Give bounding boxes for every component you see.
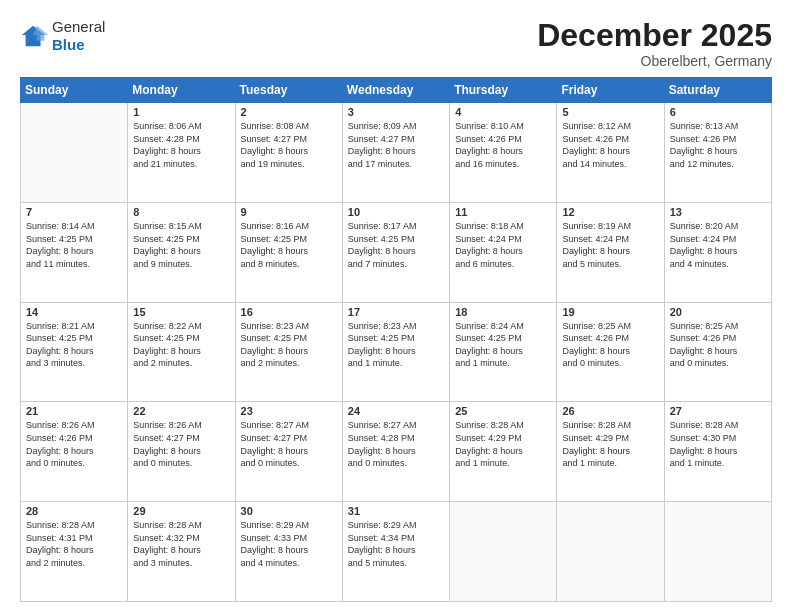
day-number: 14 — [26, 306, 122, 318]
day-info: Sunrise: 8:27 AMSunset: 4:28 PMDaylight:… — [348, 419, 444, 469]
day-number: 27 — [670, 405, 766, 417]
day-number: 28 — [26, 505, 122, 517]
day-cell: 4Sunrise: 8:10 AMSunset: 4:26 PMDaylight… — [450, 103, 557, 203]
location: Oberelbert, Germany — [537, 53, 772, 69]
day-info: Sunrise: 8:09 AMSunset: 4:27 PMDaylight:… — [348, 120, 444, 170]
day-cell — [664, 502, 771, 602]
day-info: Sunrise: 8:28 AMSunset: 4:31 PMDaylight:… — [26, 519, 122, 569]
day-number: 30 — [241, 505, 337, 517]
header-row: SundayMondayTuesdayWednesdayThursdayFrid… — [21, 78, 772, 103]
day-number: 21 — [26, 405, 122, 417]
day-cell: 26Sunrise: 8:28 AMSunset: 4:29 PMDayligh… — [557, 402, 664, 502]
day-number: 18 — [455, 306, 551, 318]
day-info: Sunrise: 8:29 AMSunset: 4:33 PMDaylight:… — [241, 519, 337, 569]
col-header-tuesday: Tuesday — [235, 78, 342, 103]
day-cell: 8Sunrise: 8:15 AMSunset: 4:25 PMDaylight… — [128, 202, 235, 302]
title-block: December 2025 Oberelbert, Germany — [537, 18, 772, 69]
col-header-monday: Monday — [128, 78, 235, 103]
week-row-1: 7Sunrise: 8:14 AMSunset: 4:25 PMDaylight… — [21, 202, 772, 302]
day-cell: 16Sunrise: 8:23 AMSunset: 4:25 PMDayligh… — [235, 302, 342, 402]
day-number: 19 — [562, 306, 658, 318]
day-cell: 23Sunrise: 8:27 AMSunset: 4:27 PMDayligh… — [235, 402, 342, 502]
day-number: 29 — [133, 505, 229, 517]
day-cell: 27Sunrise: 8:28 AMSunset: 4:30 PMDayligh… — [664, 402, 771, 502]
day-number: 11 — [455, 206, 551, 218]
day-info: Sunrise: 8:21 AMSunset: 4:25 PMDaylight:… — [26, 320, 122, 370]
week-row-2: 14Sunrise: 8:21 AMSunset: 4:25 PMDayligh… — [21, 302, 772, 402]
day-number: 23 — [241, 405, 337, 417]
day-number: 2 — [241, 106, 337, 118]
calendar: SundayMondayTuesdayWednesdayThursdayFrid… — [20, 77, 772, 602]
day-number: 16 — [241, 306, 337, 318]
day-info: Sunrise: 8:24 AMSunset: 4:25 PMDaylight:… — [455, 320, 551, 370]
day-info: Sunrise: 8:16 AMSunset: 4:25 PMDaylight:… — [241, 220, 337, 270]
day-cell: 18Sunrise: 8:24 AMSunset: 4:25 PMDayligh… — [450, 302, 557, 402]
day-cell: 1Sunrise: 8:06 AMSunset: 4:28 PMDaylight… — [128, 103, 235, 203]
day-info: Sunrise: 8:08 AMSunset: 4:27 PMDaylight:… — [241, 120, 337, 170]
day-cell: 21Sunrise: 8:26 AMSunset: 4:26 PMDayligh… — [21, 402, 128, 502]
day-info: Sunrise: 8:29 AMSunset: 4:34 PMDaylight:… — [348, 519, 444, 569]
day-info: Sunrise: 8:23 AMSunset: 4:25 PMDaylight:… — [241, 320, 337, 370]
day-number: 9 — [241, 206, 337, 218]
day-cell: 29Sunrise: 8:28 AMSunset: 4:32 PMDayligh… — [128, 502, 235, 602]
day-cell: 11Sunrise: 8:18 AMSunset: 4:24 PMDayligh… — [450, 202, 557, 302]
day-info: Sunrise: 8:28 AMSunset: 4:30 PMDaylight:… — [670, 419, 766, 469]
day-number: 17 — [348, 306, 444, 318]
logo-text: General Blue — [52, 18, 105, 54]
col-header-thursday: Thursday — [450, 78, 557, 103]
col-header-saturday: Saturday — [664, 78, 771, 103]
day-info: Sunrise: 8:17 AMSunset: 4:25 PMDaylight:… — [348, 220, 444, 270]
day-number: 4 — [455, 106, 551, 118]
day-number: 8 — [133, 206, 229, 218]
day-cell: 22Sunrise: 8:26 AMSunset: 4:27 PMDayligh… — [128, 402, 235, 502]
day-number: 26 — [562, 405, 658, 417]
day-cell: 15Sunrise: 8:22 AMSunset: 4:25 PMDayligh… — [128, 302, 235, 402]
col-header-friday: Friday — [557, 78, 664, 103]
day-info: Sunrise: 8:19 AMSunset: 4:24 PMDaylight:… — [562, 220, 658, 270]
week-row-4: 28Sunrise: 8:28 AMSunset: 4:31 PMDayligh… — [21, 502, 772, 602]
day-cell: 30Sunrise: 8:29 AMSunset: 4:33 PMDayligh… — [235, 502, 342, 602]
day-cell: 28Sunrise: 8:28 AMSunset: 4:31 PMDayligh… — [21, 502, 128, 602]
day-number: 7 — [26, 206, 122, 218]
day-cell — [557, 502, 664, 602]
day-cell: 31Sunrise: 8:29 AMSunset: 4:34 PMDayligh… — [342, 502, 449, 602]
month-title: December 2025 — [537, 18, 772, 53]
day-cell: 24Sunrise: 8:27 AMSunset: 4:28 PMDayligh… — [342, 402, 449, 502]
day-cell: 17Sunrise: 8:23 AMSunset: 4:25 PMDayligh… — [342, 302, 449, 402]
day-cell: 19Sunrise: 8:25 AMSunset: 4:26 PMDayligh… — [557, 302, 664, 402]
day-number: 3 — [348, 106, 444, 118]
day-info: Sunrise: 8:27 AMSunset: 4:27 PMDaylight:… — [241, 419, 337, 469]
day-number: 22 — [133, 405, 229, 417]
day-cell: 20Sunrise: 8:25 AMSunset: 4:26 PMDayligh… — [664, 302, 771, 402]
col-header-sunday: Sunday — [21, 78, 128, 103]
day-info: Sunrise: 8:28 AMSunset: 4:29 PMDaylight:… — [455, 419, 551, 469]
day-info: Sunrise: 8:13 AMSunset: 4:26 PMDaylight:… — [670, 120, 766, 170]
day-number: 10 — [348, 206, 444, 218]
day-cell: 12Sunrise: 8:19 AMSunset: 4:24 PMDayligh… — [557, 202, 664, 302]
week-row-3: 21Sunrise: 8:26 AMSunset: 4:26 PMDayligh… — [21, 402, 772, 502]
day-cell: 3Sunrise: 8:09 AMSunset: 4:27 PMDaylight… — [342, 103, 449, 203]
day-info: Sunrise: 8:06 AMSunset: 4:28 PMDaylight:… — [133, 120, 229, 170]
day-info: Sunrise: 8:26 AMSunset: 4:26 PMDaylight:… — [26, 419, 122, 469]
day-info: Sunrise: 8:20 AMSunset: 4:24 PMDaylight:… — [670, 220, 766, 270]
day-info: Sunrise: 8:14 AMSunset: 4:25 PMDaylight:… — [26, 220, 122, 270]
logo-icon — [20, 22, 48, 50]
day-cell: 14Sunrise: 8:21 AMSunset: 4:25 PMDayligh… — [21, 302, 128, 402]
day-number: 24 — [348, 405, 444, 417]
logo-blue: Blue — [52, 36, 85, 53]
day-number: 31 — [348, 505, 444, 517]
day-info: Sunrise: 8:28 AMSunset: 4:29 PMDaylight:… — [562, 419, 658, 469]
day-info: Sunrise: 8:15 AMSunset: 4:25 PMDaylight:… — [133, 220, 229, 270]
logo-general: General — [52, 18, 105, 35]
day-cell — [450, 502, 557, 602]
day-number: 6 — [670, 106, 766, 118]
day-cell: 10Sunrise: 8:17 AMSunset: 4:25 PMDayligh… — [342, 202, 449, 302]
day-info: Sunrise: 8:18 AMSunset: 4:24 PMDaylight:… — [455, 220, 551, 270]
day-cell: 9Sunrise: 8:16 AMSunset: 4:25 PMDaylight… — [235, 202, 342, 302]
day-number: 1 — [133, 106, 229, 118]
day-number: 25 — [455, 405, 551, 417]
day-number: 5 — [562, 106, 658, 118]
week-row-0: 1Sunrise: 8:06 AMSunset: 4:28 PMDaylight… — [21, 103, 772, 203]
day-cell — [21, 103, 128, 203]
day-info: Sunrise: 8:10 AMSunset: 4:26 PMDaylight:… — [455, 120, 551, 170]
